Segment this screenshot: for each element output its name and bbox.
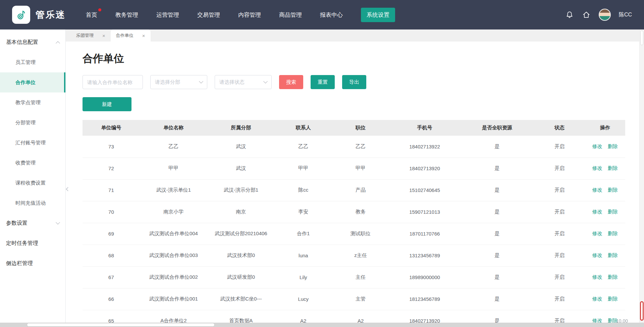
- delete-link[interactable]: 删除: [608, 274, 618, 280]
- cell-actions: 修改删除: [585, 201, 625, 223]
- delete-link[interactable]: 删除: [608, 143, 618, 150]
- status-select[interactable]: 请选择状态: [215, 75, 272, 89]
- edit-link[interactable]: 修改: [592, 252, 602, 259]
- edit-link[interactable]: 修改: [592, 209, 602, 215]
- nav-item-运营管理[interactable]: 运营管理: [156, 11, 179, 19]
- delete-link[interactable]: 删除: [608, 165, 618, 172]
- sidebar-item-label: 教学点管理: [15, 100, 41, 106]
- edit-link[interactable]: 修改: [592, 187, 602, 193]
- cell-name: 武汉测试合作单位001: [140, 288, 207, 310]
- horizontal-scrollbar-thumb[interactable]: [27, 323, 215, 327]
- sidebar-item-参数设置[interactable]: 参数设置: [0, 213, 65, 233]
- tab-label: 合作单位: [116, 32, 133, 39]
- cell-fulltime: 是: [460, 157, 534, 179]
- sidebar-item-侧边栏管理[interactable]: 侧边栏管理: [0, 253, 65, 273]
- branch-select-placeholder: 请选择分部: [155, 79, 180, 85]
- table-row: 69武汉测试合作单位004武汉测试分部20210406合作1测试职位187011…: [83, 223, 625, 245]
- sidebar-item-基本信息配置[interactable]: 基本信息配置: [0, 32, 65, 52]
- column-header-状态: 状态: [534, 120, 585, 136]
- delete-link[interactable]: 删除: [608, 296, 618, 302]
- cell-status: 开启: [534, 245, 585, 266]
- nav-menu: 首页教务管理运营管理交易管理内容管理商品管理报表中心系统设置: [86, 8, 395, 22]
- cell-status: 开启: [534, 179, 585, 201]
- sidebar-item-label: 定时任务管理: [6, 240, 38, 247]
- cell-status: 开启: [534, 157, 585, 179]
- app-logo[interactable]: [12, 6, 30, 24]
- branch-select[interactable]: 请选择分部: [150, 75, 207, 89]
- user-avatar[interactable]: [599, 9, 611, 21]
- cell-id: 66: [83, 288, 140, 310]
- nav-item-商品管理[interactable]: 商品管理: [279, 11, 302, 19]
- sidebar-item-员工管理[interactable]: 员工管理: [0, 52, 65, 72]
- sidebar-item-时间充值活动[interactable]: 时间充值活动: [0, 193, 65, 213]
- delete-link[interactable]: 删除: [608, 252, 618, 259]
- create-button[interactable]: 新建: [83, 97, 131, 111]
- nav-item-首页[interactable]: 首页: [86, 11, 97, 19]
- nav-item-内容管理[interactable]: 内容管理: [238, 11, 261, 19]
- sidebar-item-教学点管理[interactable]: 教学点管理: [0, 92, 65, 113]
- nav-item-报表中心[interactable]: 报表中心: [320, 11, 343, 19]
- delete-link[interactable]: 删除: [608, 209, 618, 215]
- nav-item-系统设置[interactable]: 系统设置: [361, 8, 395, 22]
- column-header-单位编号: 单位编号: [83, 120, 140, 136]
- nav-item-交易管理[interactable]: 交易管理: [197, 11, 220, 19]
- notification-bell-icon[interactable]: [565, 10, 574, 19]
- tab-close-icon[interactable]: ×: [142, 33, 145, 38]
- sidebar-item-汇付账号管理[interactable]: 汇付账号管理: [0, 133, 65, 153]
- cell-actions: 修改删除: [585, 136, 625, 157]
- cell-contact: Lucy: [275, 288, 332, 310]
- cell-fulltime: 是: [460, 223, 534, 245]
- cell-actions: 修改删除: [585, 157, 625, 179]
- edit-link[interactable]: 修改: [592, 231, 602, 237]
- sidebar-items: 基本信息配置员工管理合作单位教学点管理分部管理汇付账号管理收费管理课程收费设置时…: [0, 32, 65, 273]
- cell-phone: 13123456789: [389, 245, 460, 266]
- sidebar-item-label: 汇付账号管理: [15, 140, 46, 146]
- sidebar-item-label: 分部管理: [15, 120, 36, 126]
- export-button[interactable]: 导出: [342, 75, 366, 89]
- vertical-scrollbar-thumb[interactable]: [640, 30, 643, 45]
- sidebar-item-课程收费设置[interactable]: 课程收费设置: [0, 173, 65, 193]
- reset-button[interactable]: 重置: [311, 75, 335, 89]
- sidebar-item-收费管理[interactable]: 收费管理: [0, 153, 65, 173]
- delete-link[interactable]: 删除: [608, 187, 618, 193]
- cell-position: 乙乙: [332, 136, 389, 157]
- chevron-left-icon: [66, 187, 70, 191]
- nav-item-教务管理[interactable]: 教务管理: [115, 11, 138, 19]
- user-name[interactable]: 陈CC: [619, 11, 632, 18]
- vertical-scrollbar[interactable]: [639, 29, 644, 323]
- tab-乐团管理[interactable]: 乐团管理×: [71, 29, 111, 42]
- cell-name: 甲甲: [140, 157, 207, 179]
- chevron-down-icon: [263, 79, 268, 83]
- edit-link[interactable]: 修改: [592, 143, 602, 150]
- table-row: 71武汉-演示单位1武汉-演示分部1陈cc产品15102740645是开启修改删…: [83, 179, 625, 201]
- edit-link[interactable]: 修改: [592, 165, 602, 172]
- cell-id: 68: [83, 245, 140, 266]
- edit-link[interactable]: 修改: [592, 296, 602, 302]
- delete-link[interactable]: 删除: [608, 231, 618, 237]
- cell-id: 67: [83, 266, 140, 288]
- music-note-icon: [15, 9, 27, 20]
- horizontal-scrollbar[interactable]: [0, 323, 644, 327]
- tab-close-icon[interactable]: ×: [102, 33, 105, 38]
- unit-name-input[interactable]: [83, 75, 143, 89]
- sidebar-item-label: 参数设置: [6, 220, 28, 227]
- cell-branch: 南京: [207, 201, 275, 223]
- edit-link[interactable]: 修改: [592, 274, 602, 280]
- sidebar-item-合作单位[interactable]: 合作单位: [0, 72, 65, 92]
- cell-branch: 武汉测试分部20210406: [207, 223, 275, 245]
- tab-合作单位[interactable]: 合作单位×: [111, 29, 151, 42]
- cell-position: 教务: [332, 201, 389, 223]
- sidebar-item-分部管理[interactable]: 分部管理: [0, 113, 65, 133]
- vertical-scrollbar-red-marker[interactable]: [640, 301, 644, 321]
- sidebar-item-定时任务管理[interactable]: 定时任务管理: [0, 233, 65, 253]
- cell-phone: 18402713920: [389, 157, 460, 179]
- page-title: 合作单位: [83, 52, 625, 66]
- column-header-联系人: 联系人: [275, 120, 332, 136]
- sidebar-collapse-handle[interactable]: [65, 180, 70, 198]
- table-row: 68武汉测试合作单位003武汉技术部0lunaz主任13123456789是开启…: [83, 245, 625, 266]
- app-title: 管乐迷: [36, 9, 66, 21]
- cell-contact: luna: [275, 245, 332, 266]
- home-icon[interactable]: [582, 10, 591, 19]
- search-button[interactable]: 搜索: [279, 75, 303, 89]
- status-select-placeholder: 请选择状态: [219, 79, 245, 85]
